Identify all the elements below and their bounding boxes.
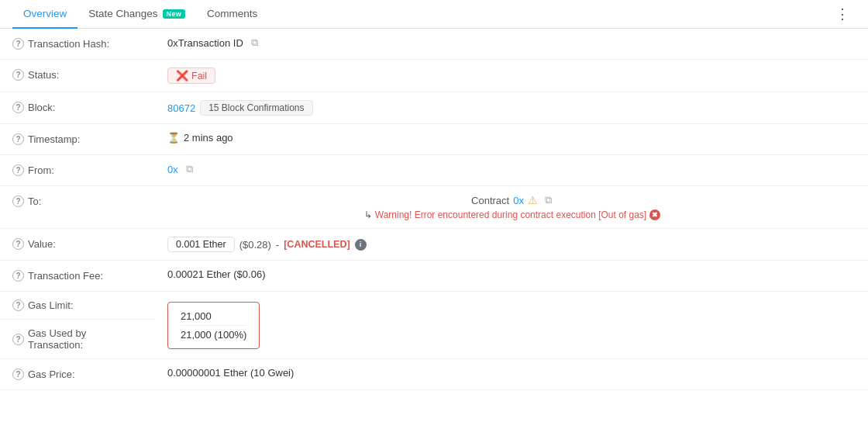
clock-icon: ⏳ bbox=[167, 132, 180, 144]
gas-used-value: 21,000 (100%) bbox=[181, 326, 246, 344]
status-row: ? Status: ❌ Fail bbox=[0, 60, 868, 92]
to-address-copy-icon[interactable]: ⧉ bbox=[545, 194, 552, 206]
from-help-icon[interactable]: ? bbox=[12, 164, 24, 176]
from-value: 0x ⧉ bbox=[167, 163, 856, 175]
ether-value-box: 0.001 Ether bbox=[167, 237, 235, 252]
to-value: Contract 0x ⚠ ⧉ ↳ Warning! Error encount… bbox=[167, 194, 856, 220]
gas-price-help-icon[interactable]: ? bbox=[12, 369, 24, 380]
gas-used-label: ? Gas Used by Transaction: bbox=[0, 320, 155, 358]
tab-comments[interactable]: Comments bbox=[196, 0, 268, 29]
fail-circle-icon: ❌ bbox=[176, 70, 188, 81]
timestamp-text: ⏳ 2 mins ago bbox=[167, 132, 233, 144]
timestamp-value: ⏳ 2 mins ago bbox=[167, 132, 856, 144]
to-contract-label: Contract bbox=[471, 195, 509, 206]
block-value: 80672 15 Block Confirmations bbox=[167, 100, 856, 116]
transaction-hash-row: ? Transaction Hash: 0xTransaction ID ⧉ bbox=[0, 29, 868, 60]
timestamp-help-icon[interactable]: ? bbox=[12, 133, 24, 145]
transaction-fee-row: ? Transaction Fee: 0.00021 Ether ($0.06) bbox=[0, 261, 868, 292]
block-help-icon[interactable]: ? bbox=[12, 102, 24, 113]
tab-overview-label: Overview bbox=[23, 8, 67, 19]
block-number-link[interactable]: 80672 bbox=[167, 102, 195, 114]
gas-combined-section: ? Gas Limit: ? Gas Used by Transaction: … bbox=[0, 292, 868, 359]
tab-comments-label: Comments bbox=[207, 8, 257, 19]
status-label: ? Status: bbox=[12, 67, 167, 81]
value-help-icon[interactable]: ? bbox=[12, 238, 24, 250]
status-value: ❌ Fail bbox=[167, 67, 856, 84]
warning-triangle-icon: ⚠ bbox=[528, 194, 538, 206]
transaction-fee-value: 0.00021 Ether ($0.06) bbox=[167, 268, 856, 280]
gas-combined-row: ? Gas Limit: ? Gas Used by Transaction: … bbox=[0, 292, 868, 358]
transaction-hash-text: 0xTransaction ID bbox=[167, 37, 243, 49]
timestamp-row: ? Timestamp: ⏳ 2 mins ago bbox=[0, 124, 868, 155]
to-contract-address-link[interactable]: 0x bbox=[513, 195, 524, 206]
error-circle-icon[interactable]: ✖ bbox=[649, 209, 660, 220]
gas-price-value: 0.00000001 Ether (10 Gwei) bbox=[167, 367, 856, 379]
value-value: 0.001 Ether ($0.28) - [CANCELLED] i bbox=[167, 237, 856, 252]
value-info-icon[interactable]: i bbox=[355, 239, 367, 251]
gas-values-box: 21,000 21,000 (100%) bbox=[167, 302, 260, 349]
usd-amount: ($0.28) bbox=[239, 239, 271, 251]
transaction-details: ? Transaction Hash: 0xTransaction ID ⧉ ?… bbox=[0, 29, 868, 390]
from-address-copy-icon[interactable]: ⧉ bbox=[186, 163, 193, 175]
from-address-link[interactable]: 0x bbox=[167, 164, 178, 175]
block-label: ? Block: bbox=[12, 100, 167, 113]
tab-state-changes-label: State Changes bbox=[88, 8, 157, 19]
cancelled-badge: [CANCELLED] bbox=[284, 239, 350, 250]
status-badge: ❌ Fail bbox=[167, 67, 215, 84]
block-row: ? Block: 80672 15 Block Confirmations bbox=[0, 92, 868, 124]
gas-limit-label: ? Gas Limit: bbox=[0, 292, 155, 320]
block-confirmation-badge: 15 Block Confirmations bbox=[200, 100, 312, 116]
timestamp-label: ? Timestamp: bbox=[12, 132, 167, 145]
tab-bar: Overview State Changes New Comments ⋮ bbox=[0, 0, 868, 29]
gas-price-row: ? Gas Price: 0.00000001 Ether (10 Gwei) bbox=[0, 359, 868, 390]
to-row: ? To: Contract 0x ⚠ ⧉ ↳ Warning! Error e… bbox=[0, 186, 868, 229]
gas-values-column: 21,000 21,000 (100%) bbox=[155, 292, 868, 358]
from-row: ? From: 0x ⧉ bbox=[0, 155, 868, 186]
gas-limit-help-icon[interactable]: ? bbox=[12, 299, 24, 311]
transaction-fee-help-icon[interactable]: ? bbox=[12, 270, 24, 282]
separator: - bbox=[276, 239, 279, 251]
value-row: ? Value: 0.001 Ether ($0.28) - [CANCELLE… bbox=[0, 229, 868, 261]
tab-state-changes[interactable]: State Changes New bbox=[78, 0, 196, 29]
transaction-hash-copy-icon[interactable]: ⧉ bbox=[251, 36, 258, 49]
warning-arrow: ↳ bbox=[364, 209, 372, 220]
gas-limit-value: 21,000 bbox=[181, 307, 246, 325]
gas-used-help-icon[interactable]: ? bbox=[12, 334, 24, 345]
transaction-fee-label: ? Transaction Fee: bbox=[12, 268, 167, 282]
contract-warning-message: ↳ Warning! Error encountered during cont… bbox=[364, 209, 660, 220]
status-help-icon[interactable]: ? bbox=[12, 69, 24, 81]
value-label: ? Value: bbox=[12, 237, 167, 250]
to-first-line: Contract 0x ⚠ ⧉ bbox=[471, 194, 552, 206]
transaction-hash-help-icon[interactable]: ? bbox=[12, 38, 24, 50]
ether-amount: 0.001 Ether bbox=[176, 239, 226, 250]
gas-price-label: ? Gas Price: bbox=[12, 367, 167, 380]
to-label: ? To: bbox=[12, 194, 167, 207]
gas-labels-column: ? Gas Limit: ? Gas Used by Transaction: bbox=[0, 292, 155, 358]
more-options-button[interactable]: ⋮ bbox=[829, 1, 856, 27]
transaction-hash-value: 0xTransaction ID ⧉ bbox=[167, 36, 856, 49]
new-badge: New bbox=[163, 9, 185, 19]
status-text: Fail bbox=[191, 71, 207, 81]
to-help-icon[interactable]: ? bbox=[12, 196, 24, 207]
transaction-hash-label: ? Transaction Hash: bbox=[12, 36, 167, 50]
from-label: ? From: bbox=[12, 163, 167, 176]
tab-overview[interactable]: Overview bbox=[12, 0, 78, 29]
